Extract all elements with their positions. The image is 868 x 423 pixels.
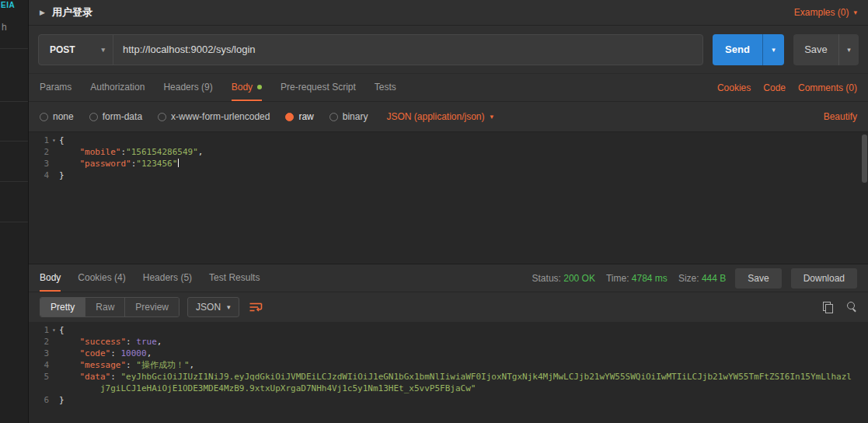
tab-label: Headers (5) bbox=[143, 272, 192, 283]
response-format-select[interactable]: JSON ▾ bbox=[187, 297, 239, 317]
code-line: 2 "success": true, bbox=[29, 336, 868, 348]
line-number: 3 bbox=[29, 158, 49, 170]
url-control: POST ▾ bbox=[38, 34, 703, 65]
line-number: 1 bbox=[29, 324, 49, 336]
code-text: { bbox=[59, 324, 64, 336]
response-tab-body[interactable]: Body bbox=[40, 264, 61, 292]
line-number: 5 bbox=[29, 371, 49, 383]
status-label: Status: bbox=[532, 273, 561, 284]
tab-label: Test Results bbox=[209, 272, 260, 283]
response-tabs-bar: Body Cookies (4) Headers (5) Test Result… bbox=[29, 264, 868, 292]
response-body-editor[interactable]: 1▾{2 "success": true,3 "code": 10000,4 "… bbox=[29, 322, 868, 423]
fold-caret-icon[interactable]: ▾ bbox=[49, 135, 59, 146]
line-number: 4 bbox=[29, 359, 49, 371]
option-label: raw bbox=[298, 111, 313, 122]
wrap-lines-icon[interactable] bbox=[249, 302, 263, 313]
collapse-arrow-icon[interactable]: ▶ bbox=[40, 9, 45, 16]
fold-caret-icon[interactable]: ▾ bbox=[49, 324, 59, 336]
option-label: x-www-form-urlencoded bbox=[171, 111, 270, 122]
code-line: 1▾{ bbox=[29, 135, 868, 146]
view-preview-button[interactable]: Preview bbox=[125, 298, 179, 316]
save-button[interactable]: Save bbox=[793, 34, 838, 65]
cookies-link[interactable]: Cookies bbox=[717, 82, 751, 93]
body-type-raw[interactable]: raw bbox=[285, 111, 313, 122]
tab-tests[interactable]: Tests bbox=[375, 74, 396, 101]
code-line: 3 "code": 10000, bbox=[29, 348, 868, 359]
send-button[interactable]: Send bbox=[713, 34, 762, 65]
comments-link[interactable]: Comments (0) bbox=[798, 82, 857, 93]
request-title: 用户登录 bbox=[52, 5, 92, 19]
code-line: 4 "message": "操作成功！", bbox=[29, 359, 868, 371]
tab-label: Body bbox=[40, 272, 61, 283]
format-label: JSON bbox=[196, 302, 221, 313]
tab-label: Headers (9) bbox=[163, 82, 212, 93]
tab-headers[interactable]: Headers (9) bbox=[163, 74, 212, 101]
tab-label: Body bbox=[232, 82, 253, 93]
url-bar: POST ▾ Send ▾ Save ▾ bbox=[29, 26, 868, 74]
body-type-form-data[interactable]: form-data bbox=[89, 111, 142, 122]
sidebar-divider bbox=[0, 101, 28, 102]
response-save-button[interactable]: Save bbox=[735, 268, 781, 288]
tab-params[interactable]: Params bbox=[40, 74, 71, 101]
line-number: 3 bbox=[29, 348, 49, 359]
chevron-down-icon: ▾ bbox=[490, 113, 494, 121]
request-titlebar: ▶ 用户登录 Examples (0) ▾ bbox=[29, 0, 868, 26]
fold-spacer bbox=[49, 146, 59, 158]
tab-authorization[interactable]: Authorization bbox=[90, 74, 145, 101]
code-text: "code": 10000, bbox=[59, 348, 152, 359]
fold-spacer bbox=[49, 394, 59, 406]
response-meta: Status: 200 OK Time: 4784 ms Size: 444 B bbox=[521, 264, 727, 292]
response-download-button[interactable]: Download bbox=[791, 268, 857, 288]
response-code: 1▾{2 "success": true,3 "code": 10000,4 "… bbox=[29, 322, 868, 406]
scrollbar-thumb[interactable] bbox=[862, 135, 867, 183]
line-number: 2 bbox=[29, 146, 49, 158]
response-tab-headers[interactable]: Headers (5) bbox=[143, 264, 192, 292]
line-number: 6 bbox=[29, 394, 49, 406]
code-text: "success": true, bbox=[59, 336, 162, 348]
request-panel: ▶ 用户登录 Examples (0) ▾ POST ▾ Send ▾ Save bbox=[29, 0, 868, 423]
status-value: 200 OK bbox=[563, 273, 595, 284]
code-text: { bbox=[59, 135, 64, 146]
content-type-select[interactable]: JSON (application/json) ▾ bbox=[386, 111, 493, 122]
body-type-urlencoded[interactable]: x-www-form-urlencoded bbox=[158, 111, 270, 122]
sidebar-divider bbox=[0, 181, 28, 182]
sidebar-top-label: EIA bbox=[0, 0, 28, 9]
code-text: "message": "操作成功！", bbox=[59, 359, 194, 371]
view-pretty-button[interactable]: Pretty bbox=[40, 298, 85, 316]
send-options-button[interactable]: ▾ bbox=[762, 34, 784, 65]
code-link[interactable]: Code bbox=[763, 82, 786, 93]
time-pair: Time: 4784 ms bbox=[606, 273, 668, 284]
tab-label: Authorization bbox=[90, 82, 145, 93]
request-tab-links: Cookies Code Comments (0) bbox=[717, 74, 857, 101]
beautify-button[interactable]: Beautify bbox=[824, 111, 857, 122]
code-text: "mobile":"156154286549", bbox=[59, 146, 203, 158]
body-type-none[interactable]: none bbox=[40, 111, 74, 122]
url-input[interactable] bbox=[113, 35, 702, 65]
sidebar-divider bbox=[0, 222, 28, 222]
response-tab-test-results[interactable]: Test Results bbox=[209, 264, 260, 292]
view-mode-segmented-control: Pretty Raw Preview bbox=[40, 297, 180, 317]
code-text: "password":"123456" bbox=[59, 158, 179, 170]
search-icon[interactable] bbox=[846, 302, 857, 313]
line-number: 4 bbox=[29, 170, 49, 181]
code-line: 4} bbox=[29, 170, 868, 181]
response-tab-cookies[interactable]: Cookies (4) bbox=[78, 264, 125, 292]
examples-button[interactable]: Examples (0) ▾ bbox=[794, 7, 857, 18]
tab-prerequest-script[interactable]: Pre-request Script bbox=[281, 74, 356, 101]
send-split-button: Send ▾ bbox=[713, 34, 784, 65]
scrollbar[interactable] bbox=[861, 133, 867, 263]
chevron-down-icon: ▾ bbox=[847, 46, 851, 54]
method-select[interactable]: POST ▾ bbox=[39, 35, 113, 65]
body-type-binary[interactable]: binary bbox=[329, 111, 368, 122]
request-body-editor[interactable]: 1▾{2 "mobile":"156154286549",3 "password… bbox=[29, 131, 868, 264]
code-text: } bbox=[59, 394, 64, 406]
method-label: POST bbox=[50, 44, 75, 55]
tab-body[interactable]: Body bbox=[232, 74, 262, 101]
collapsed-sidebar[interactable]: EIA h bbox=[0, 0, 29, 423]
save-options-button[interactable]: ▾ bbox=[838, 34, 859, 65]
status-pair: Status: 200 OK bbox=[532, 273, 595, 284]
view-raw-button[interactable]: Raw bbox=[85, 298, 125, 316]
copy-icon[interactable] bbox=[823, 302, 832, 313]
radio-icon bbox=[329, 113, 338, 121]
examples-label: Examples (0) bbox=[794, 7, 849, 18]
